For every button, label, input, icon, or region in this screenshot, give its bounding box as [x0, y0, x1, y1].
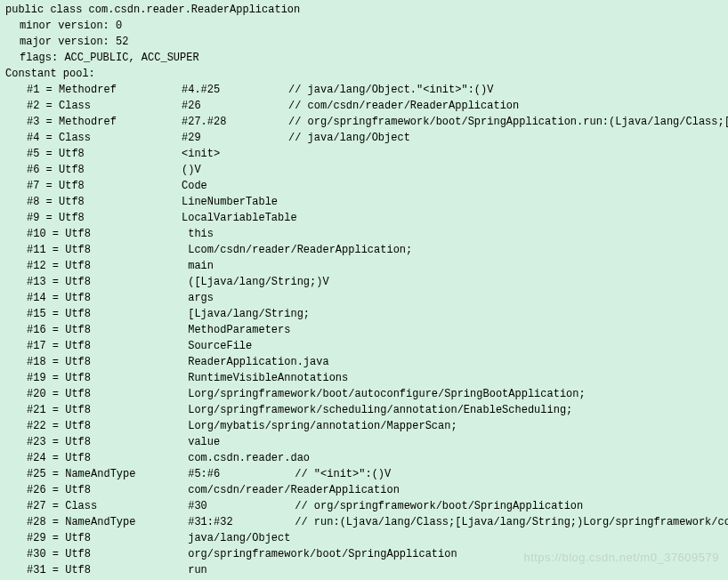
entry-index: #28 =: [27, 516, 65, 528]
entry-value: [Ljava/lang/String;: [188, 308, 310, 320]
entry-type: Utf8: [65, 546, 188, 562]
entry-index: #15 =: [27, 308, 65, 320]
entry-type: Utf8: [65, 562, 188, 578]
constant-pool-entry: #7 = Utf8Code: [5, 178, 723, 194]
constant-pool-entry: #24 = Utf8com.csdn.reader.dao: [5, 450, 723, 466]
entry-value: #31:#32: [188, 514, 295, 530]
entry-type: Utf8: [65, 242, 188, 258]
entry-value: args: [188, 292, 214, 304]
entry-value: #27.#28: [182, 114, 288, 130]
entry-index: #25 =: [27, 468, 65, 480]
entry-type: Utf8: [65, 402, 188, 418]
constant-pool-entry: #21 = Utf8Lorg/springframework/schedulin…: [5, 402, 723, 418]
constant-pool-entries: #1 = Methodref#4.#25// java/lang/Object.…: [5, 82, 723, 580]
entry-type: Utf8: [65, 434, 188, 450]
entry-type: Utf8: [65, 322, 188, 338]
entry-type: Methodref: [59, 82, 182, 98]
entry-index: #22 =: [27, 420, 65, 432]
entry-index: #5 =: [27, 148, 59, 160]
constant-pool-entry: #23 = Utf8value: [5, 434, 723, 450]
entry-value: com.csdn.reader.dao: [188, 452, 310, 464]
entry-value: main: [188, 260, 214, 272]
entry-index: #6 =: [27, 164, 59, 176]
entry-index: #30 =: [27, 548, 65, 560]
entry-index: #17 =: [27, 340, 65, 352]
entry-type: Class: [59, 98, 182, 114]
constant-pool-entry: #11 = Utf8Lcom/csdn/reader/ReaderApplica…: [5, 242, 723, 258]
constant-pool-entry: #1 = Methodref#4.#25// java/lang/Object.…: [5, 82, 723, 98]
entry-type: Class: [59, 130, 182, 146]
entry-index: #26 =: [27, 484, 65, 496]
entry-value: SourceFile: [188, 340, 252, 352]
entry-type: Utf8: [65, 370, 188, 386]
constant-pool-entry: #15 = Utf8[Ljava/lang/String;: [5, 306, 723, 322]
constant-pool-entry: #8 = Utf8LineNumberTable: [5, 194, 723, 210]
entry-index: #11 =: [27, 244, 65, 256]
entry-index: #29 =: [27, 532, 65, 544]
constant-pool-entry: #5 = Utf8<init>: [5, 146, 723, 162]
entry-value: #4.#25: [182, 82, 288, 98]
entry-value: value: [188, 436, 220, 448]
constant-pool-entry: #18 = Utf8ReaderApplication.java: [5, 354, 723, 370]
entry-type: Utf8: [65, 258, 188, 274]
entry-comment: // "<init>":()V: [295, 468, 391, 480]
entry-comment: // com/csdn/reader/ReaderApplication: [288, 100, 519, 112]
entry-value: #29: [182, 130, 288, 146]
entry-index: #18 =: [27, 356, 65, 368]
constant-pool-entry: #9 = Utf8LocalVariableTable: [5, 210, 723, 226]
entry-index: #1 =: [27, 84, 59, 96]
entry-index: #4 =: [27, 132, 59, 144]
entry-value: #26: [182, 98, 288, 114]
entry-index: #9 =: [27, 212, 59, 224]
constant-pool-entry: #3 = Methodref#27.#28// org/springframew…: [5, 114, 723, 130]
entry-index: #12 =: [27, 260, 65, 272]
entry-index: #2 =: [27, 100, 59, 112]
entry-type: Utf8: [65, 306, 188, 322]
entry-index: #14 =: [27, 292, 65, 304]
entry-value: ([Ljava/lang/String;)V: [188, 276, 328, 288]
entry-comment: // org/springframework/boot/SpringApplic…: [295, 500, 583, 512]
constant-pool-entry: #19 = Utf8RuntimeVisibleAnnotations: [5, 370, 723, 386]
entry-type: Utf8: [65, 274, 188, 290]
entry-value: Lorg/springframework/scheduling/annotati…: [188, 404, 572, 416]
constant-pool-entry: #13 = Utf8([Ljava/lang/String;)V: [5, 274, 723, 290]
entry-value: run: [188, 564, 207, 576]
constant-pool-entry: #28 = NameAndType#31:#32// run:(Ljava/la…: [5, 514, 723, 530]
constant-pool-entry: #2 = Class#26// com/csdn/reader/ReaderAp…: [5, 98, 723, 114]
entry-type: Utf8: [65, 338, 188, 354]
entry-value: #5:#6: [188, 466, 295, 482]
entry-type: Utf8: [65, 418, 188, 434]
constant-pool-entry: #12 = Utf8main: [5, 258, 723, 274]
entry-type: Utf8: [65, 450, 188, 466]
entry-comment: // java/lang/Object: [288, 132, 410, 144]
entry-type: Utf8: [59, 146, 182, 162]
entry-index: #16 =: [27, 324, 65, 336]
entry-type: Utf8: [65, 482, 188, 498]
entry-index: #7 =: [27, 180, 59, 192]
entry-value: LocalVariableTable: [182, 212, 297, 224]
entry-value: MethodParameters: [188, 324, 290, 336]
entry-type: Methodref: [59, 114, 182, 130]
access-flags: flags: ACC_PUBLIC, ACC_SUPER: [5, 50, 723, 66]
entry-index: #10 =: [27, 228, 65, 240]
entry-value: Lcom/csdn/reader/ReaderApplication;: [188, 244, 412, 256]
constant-pool-entry: #29 = Utf8java/lang/Object: [5, 530, 723, 546]
major-version: major version: 52: [5, 34, 723, 50]
watermark-text: https://blog.csdn.net/m0_37609579: [523, 549, 719, 567]
entry-value: Lorg/mybatis/spring/annotation/MapperSca…: [188, 420, 457, 432]
entry-comment: // java/lang/Object."<init>":()V: [288, 84, 493, 96]
entry-type: NameAndType: [65, 514, 188, 530]
minor-version: minor version: 0: [5, 18, 723, 34]
constant-pool-entry: #16 = Utf8MethodParameters: [5, 322, 723, 338]
constant-pool-entry: #20 = Utf8Lorg/springframework/boot/auto…: [5, 386, 723, 402]
constant-pool-entry: #10 = Utf8this: [5, 226, 723, 242]
entry-value: Code: [182, 180, 207, 192]
constant-pool-entry: #14 = Utf8args: [5, 290, 723, 306]
entry-value: this: [188, 228, 214, 240]
code-output: public class com.csdn.reader.ReaderAppli…: [5, 2, 723, 580]
entry-value: #30: [188, 498, 295, 514]
entry-value: java/lang/Object: [188, 532, 290, 544]
entry-index: #8 =: [27, 196, 59, 208]
entry-value: LineNumberTable: [182, 196, 278, 208]
constant-pool-entry: #22 = Utf8Lorg/mybatis/spring/annotation…: [5, 418, 723, 434]
